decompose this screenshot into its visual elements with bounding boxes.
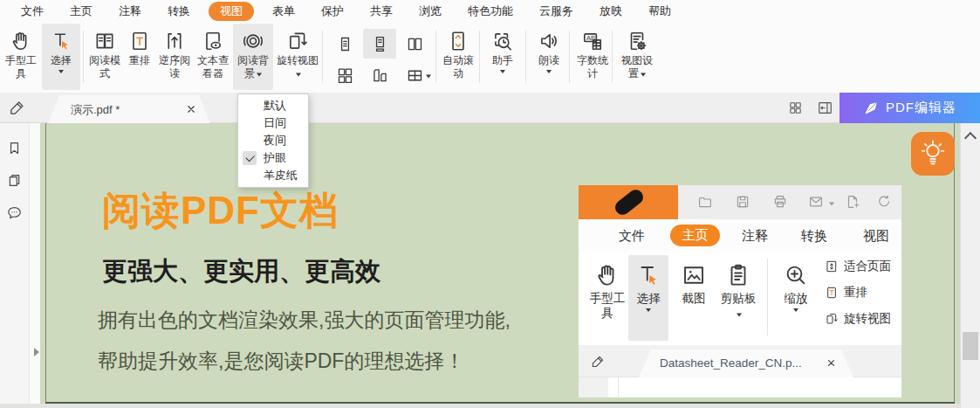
menu-item-comment[interactable]: 注释 — [119, 3, 141, 19]
text-select-icon — [635, 262, 661, 288]
menu-item-cloud-service[interactable]: 云服务 — [539, 3, 573, 19]
mini-toolbar: 手型工具 选择 截图 剪贴板 缩放 适合 — [579, 252, 901, 345]
left-panel-bar — [0, 123, 30, 408]
dropdown-caret — [257, 73, 262, 80]
menu-item-form[interactable]: 表单 — [272, 3, 295, 19]
hand-tool-button[interactable]: 手型工具 — [2, 24, 40, 90]
text-viewer-label: 文本查看器 — [197, 54, 229, 80]
undo-icon — [876, 194, 892, 210]
close-icon[interactable] — [186, 104, 196, 114]
assistant-button[interactable]: 助手 — [483, 24, 523, 90]
assistant-icon — [491, 30, 514, 52]
toolbar-divider — [83, 31, 84, 83]
pdf-editor-button-label: PDF编辑器 — [886, 100, 956, 116]
edit-pencil-icon[interactable] — [9, 99, 26, 116]
toolbar-divider — [525, 31, 526, 83]
mini-menu-item-convert: 转换 — [801, 228, 827, 245]
mini-clipboard-button: 剪贴板 — [718, 255, 758, 341]
dropdown-caret — [426, 74, 431, 80]
grid-view-icon[interactable] — [788, 100, 803, 115]
tips-button[interactable] — [911, 132, 955, 176]
menu-item-slideshow[interactable]: 放映 — [600, 3, 622, 19]
mini-fit-page-button: 适合页面 — [825, 259, 891, 274]
facing-view-button[interactable] — [398, 29, 431, 59]
menu-item-view[interactable]: 视图 — [209, 2, 254, 21]
continuous-view-icon — [371, 35, 389, 53]
clipboard-icon — [725, 262, 751, 288]
menu-item-browse[interactable]: 浏览 — [419, 3, 442, 19]
read-background-button[interactable]: 阅读背景 — [233, 24, 273, 90]
pen-nib-icon — [863, 100, 879, 116]
book-icon — [93, 30, 116, 52]
read-aloud-label: 朗读 — [538, 54, 559, 66]
mini-clipboard-label: 剪贴板 — [721, 292, 757, 305]
document-tab[interactable]: 演示.pdf * — [48, 95, 210, 123]
lightbulb-icon — [919, 140, 947, 168]
mini-app-logo — [579, 185, 678, 219]
menu-option-eye-protection[interactable]: 护眼 — [238, 149, 308, 167]
snapshot-icon — [681, 262, 707, 288]
menu-item-file[interactable]: 文件 — [21, 3, 44, 19]
text-viewer-button[interactable]: 文本查看器 — [193, 24, 233, 90]
mini-select-tool-button: 选择 — [628, 255, 668, 341]
panel-toggle-icon[interactable] — [817, 100, 833, 116]
menu-bar: 文件 主页 注释 转换 视图 表单 保护 共享 浏览 特色功能 云服务 放映 帮… — [0, 0, 980, 22]
read-aloud-button[interactable]: 朗读 — [530, 24, 568, 90]
auto-scroll-button[interactable]: 自动滚动 — [440, 24, 476, 90]
page-thumbnails-icon[interactable] — [6, 172, 23, 189]
select-tool-button[interactable]: 选择 — [42, 24, 80, 90]
bookmark-icon[interactable] — [6, 140, 23, 156]
mini-fit-page-label: 适合页面 — [844, 259, 891, 274]
word-count-button[interactable]: 字数统计 — [573, 24, 612, 90]
mini-reflow-label: 重排 — [844, 285, 867, 301]
facing-continuous-view-button[interactable] — [328, 60, 361, 90]
menu-item-features[interactable]: 特色功能 — [468, 3, 513, 19]
menu-option-night[interactable]: 夜间 — [238, 132, 308, 149]
reverse-read-button[interactable]: 逆序阅读 — [156, 24, 193, 90]
read-mode-button[interactable]: 阅读模式 — [86, 24, 123, 90]
rotate-view-button[interactable]: 旋转视图 — [276, 24, 319, 90]
text-viewer-icon — [202, 30, 224, 52]
menu-item-help[interactable]: 帮助 — [648, 3, 671, 19]
continuous-view-button[interactable] — [363, 29, 396, 59]
menu-option-default[interactable]: 默认 — [238, 97, 308, 114]
mini-snapshot-button: 截图 — [675, 255, 713, 341]
comments-icon[interactable] — [6, 204, 23, 221]
reflow-button[interactable]: 重排 — [123, 24, 156, 90]
embedded-screenshot: 文件 主页 注释 转换 视图 手型工具 选择 截图 剪贴板 — [579, 185, 901, 398]
scrollbar-thumb[interactable] — [963, 332, 978, 360]
document-tab-title: 演示.pdf * — [71, 102, 120, 118]
menu-item-convert[interactable]: 转换 — [168, 3, 190, 19]
edit-pencil-icon — [591, 354, 606, 369]
view-toolbar: 手型工具 选择 阅读模式 重排 逆序阅读 文本查看器 阅读背景 — [0, 22, 980, 93]
mini-document-tab-title: Datasheet_Reader_CN.p... — [660, 356, 802, 370]
mini-menu-item-file: 文件 — [619, 228, 645, 245]
mini-menu-item-comment: 注释 — [742, 228, 768, 245]
menu-item-share[interactable]: 共享 — [370, 3, 393, 19]
page-edge — [45, 123, 46, 403]
new-document-icon — [845, 194, 860, 210]
menu-option-label: 默认 — [264, 98, 286, 114]
mini-panel-divider — [618, 377, 619, 398]
reverse-read-icon — [163, 30, 186, 52]
pdf-editor-button[interactable]: PDF编辑器 — [840, 93, 980, 123]
split-view-button[interactable] — [398, 60, 438, 90]
dropdown-caret — [296, 73, 301, 80]
view-settings-button[interactable]: 视图设置 — [617, 24, 657, 90]
print-icon — [772, 194, 788, 210]
toolbar-divider — [767, 259, 768, 335]
vertical-scrollbar[interactable] — [960, 123, 980, 408]
menu-option-parchment[interactable]: 羊皮纸 — [238, 167, 308, 184]
menu-option-day[interactable]: 日间 — [238, 114, 308, 132]
select-tool-label: 选择 — [51, 54, 72, 66]
window-bottom-strip — [0, 404, 980, 408]
mini-quick-access-bar — [579, 185, 901, 219]
menu-item-home[interactable]: 主页 — [70, 3, 93, 19]
close-icon — [826, 358, 836, 368]
rotate-view-icon — [286, 30, 309, 52]
menu-item-protect[interactable]: 保护 — [321, 3, 344, 19]
book-view-button[interactable] — [363, 60, 396, 90]
book-view-icon — [371, 66, 389, 85]
read-background-icon — [242, 30, 264, 52]
single-page-view-button[interactable] — [328, 29, 361, 59]
